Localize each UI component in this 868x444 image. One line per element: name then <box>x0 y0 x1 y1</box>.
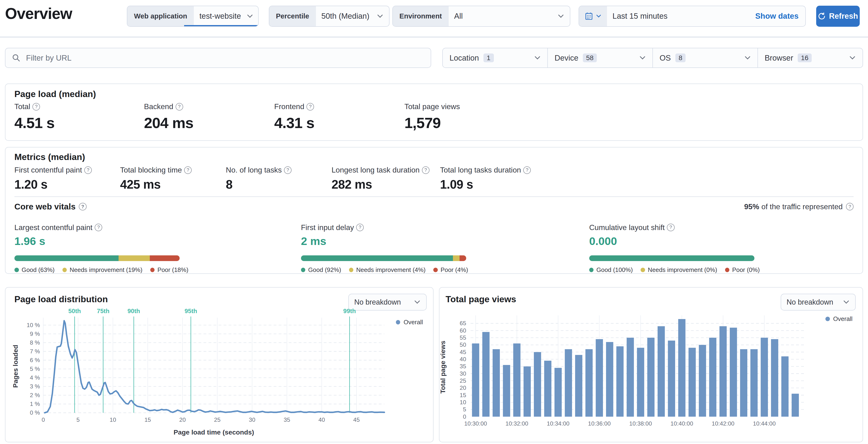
poor-segment <box>460 255 466 261</box>
filter-os[interactable]: OS 8 <box>652 48 757 67</box>
svg-text:0: 0 <box>463 413 466 420</box>
refresh-button[interactable]: Refresh <box>816 6 860 27</box>
metrics-panel: Metrics (median) First contentful paint?… <box>5 147 863 274</box>
legend-needs-improvement: Needs improvement (19%) <box>62 266 143 273</box>
web-application-select[interactable]: Web application test-website <box>127 6 259 27</box>
chevron-down-icon <box>849 54 856 61</box>
filter-label: OS <box>659 54 671 62</box>
page-load-distribution-chart: 0510152025303540450 %1 %2 %3 %4 %5 %6 %7… <box>5 288 434 443</box>
help-icon[interactable]: ? <box>95 224 102 231</box>
svg-text:65: 65 <box>460 320 466 327</box>
legend-poor: Poor (4%) <box>433 266 468 273</box>
svg-text:0 %: 0 % <box>30 410 40 416</box>
stat-backend: Backend? 204 ms <box>144 102 274 131</box>
svg-text:45: 45 <box>460 349 466 355</box>
help-icon[interactable]: ? <box>79 203 86 210</box>
svg-text:60: 60 <box>460 327 466 334</box>
stat-label: No. of long tasks <box>226 166 282 174</box>
svg-text:5 %: 5 % <box>30 366 40 372</box>
legend-needs-improvement: Needs improvement (0%) <box>641 266 717 273</box>
help-icon[interactable]: ? <box>176 103 183 111</box>
help-icon[interactable]: ? <box>523 167 531 174</box>
help-icon[interactable]: ? <box>422 167 430 174</box>
vital-fid: First input delay? 2 ms Good (92%) Needs… <box>301 223 479 274</box>
stat-value: 425 ms <box>120 177 226 191</box>
help-icon[interactable]: ? <box>356 224 364 231</box>
stat-value: 1,579 <box>404 114 534 131</box>
legend-poor: Poor (18%) <box>150 266 188 273</box>
svg-text:6 %: 6 % <box>30 357 40 363</box>
stat-label: Total <box>14 102 30 111</box>
svg-text:45: 45 <box>353 417 360 423</box>
stat-value: 4.51 s <box>14 114 144 131</box>
filter-device[interactable]: Device 58 <box>547 48 652 67</box>
needs-improvement-segment <box>453 255 460 261</box>
svg-text:10:36:00: 10:36:00 <box>588 420 611 427</box>
total-page-views-panel: Total page views No breakdown Overall 05… <box>439 287 863 442</box>
vital-bar <box>14 255 180 261</box>
filter-count-badge: 58 <box>583 54 597 62</box>
svg-text:7 %: 7 % <box>30 348 40 355</box>
help-icon[interactable]: ? <box>284 167 291 174</box>
svg-text:30: 30 <box>460 371 466 377</box>
svg-text:10:38:00: 10:38:00 <box>629 420 652 427</box>
svg-text:0: 0 <box>42 417 45 423</box>
section-divider <box>14 197 854 197</box>
filter-location[interactable]: Location 1 <box>443 48 547 67</box>
time-picker-quick-menu[interactable] <box>579 6 607 26</box>
time-range-value[interactable]: Last 15 minutes <box>607 6 755 26</box>
stat-long-tasks: No. of long tasks? 8 <box>226 166 332 191</box>
help-icon[interactable]: ? <box>306 103 314 111</box>
chevron-down-icon <box>558 6 570 26</box>
svg-text:99th: 99th <box>343 308 356 314</box>
web-application-value: test-website <box>194 6 247 26</box>
page-load-panel: Page load (median) Total? 4.51 s Backend… <box>5 84 863 141</box>
show-dates-link[interactable]: Show dates <box>755 6 805 26</box>
stat-value: 4.31 s <box>274 114 404 131</box>
stat-label: Total page views <box>404 102 460 111</box>
svg-text:30: 30 <box>249 417 255 423</box>
stat-label: Frontend <box>274 102 304 111</box>
stat-total: Total? 4.51 s <box>14 102 144 131</box>
help-icon[interactable]: ? <box>184 167 192 174</box>
svg-text:20: 20 <box>179 417 186 423</box>
url-filter-input[interactable] <box>25 53 431 63</box>
svg-text:10:30:00: 10:30:00 <box>464 420 487 427</box>
chevron-down-icon <box>247 6 259 26</box>
help-icon[interactable]: ? <box>32 103 40 111</box>
svg-text:Pages loaded: Pages loaded <box>11 345 19 388</box>
environment-select[interactable]: Environment All <box>392 6 570 27</box>
help-icon[interactable]: ? <box>846 203 854 210</box>
svg-text:95th: 95th <box>185 308 197 314</box>
stat-frontend: Frontend? 4.31 s <box>274 102 404 131</box>
filter-label: Location <box>450 54 479 62</box>
svg-text:10: 10 <box>110 417 116 423</box>
url-filter-input-wrap[interactable] <box>5 48 431 68</box>
svg-text:5: 5 <box>463 406 466 413</box>
stat-fcp: First contentful paint? 1.20 s <box>14 166 120 191</box>
help-icon[interactable]: ? <box>667 224 675 231</box>
filter-count-badge: 8 <box>675 54 686 62</box>
percentile-select[interactable]: Percentile 50th (Median) <box>269 6 390 27</box>
selected-underline <box>184 25 258 26</box>
stat-label: First contentful paint <box>14 166 82 174</box>
legend-good: Good (92%) <box>301 266 341 273</box>
good-segment <box>14 255 119 261</box>
svg-text:10 %: 10 % <box>27 322 40 328</box>
stat-label: First input delay <box>301 223 354 232</box>
help-icon[interactable]: ? <box>84 167 92 174</box>
filter-browser[interactable]: Browser 16 <box>757 48 863 67</box>
good-segment <box>301 255 453 261</box>
svg-text:10:32:00: 10:32:00 <box>505 420 528 427</box>
svg-text:25: 25 <box>460 378 466 384</box>
page-title: Overview <box>5 4 72 23</box>
traffic-represented-note: 95% of the traffic represented ? <box>744 202 854 211</box>
svg-text:15: 15 <box>145 417 151 423</box>
vital-bar <box>589 255 754 261</box>
vital-value: 1.96 s <box>14 235 192 247</box>
time-picker[interactable]: Last 15 minutes Show dates <box>579 6 806 27</box>
stat-label: Cumulative layout shift <box>589 223 665 232</box>
svg-text:10:40:00: 10:40:00 <box>671 420 693 427</box>
poor-segment <box>150 255 180 261</box>
total-page-views-chart: 0510152025303540455055606510:30:0010:32:… <box>439 288 864 443</box>
